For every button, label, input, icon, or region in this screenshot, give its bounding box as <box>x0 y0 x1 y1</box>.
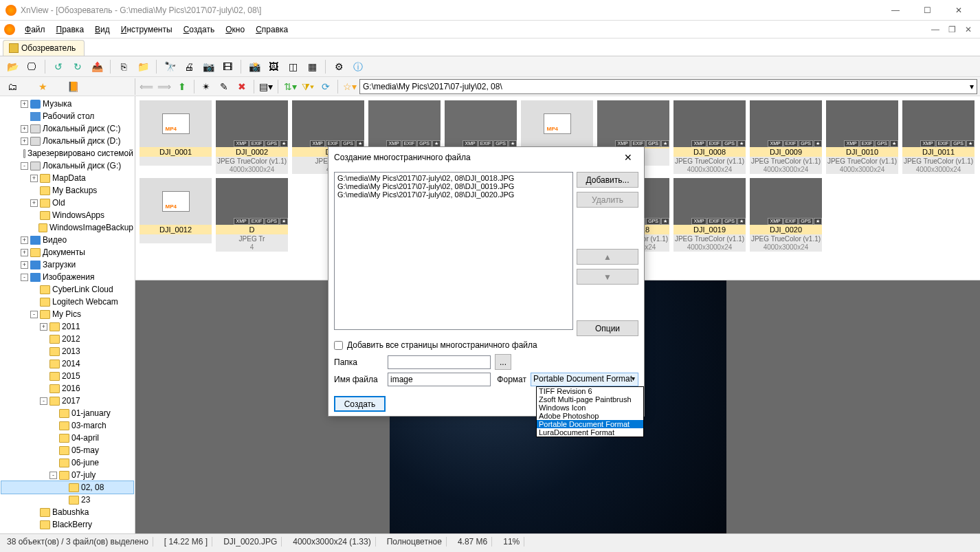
list-item[interactable]: G:\media\My Pics\2017\07-july\02, 08\DJI… <box>336 182 571 190</box>
expand-icon[interactable]: + <box>21 249 28 256</box>
open-icon[interactable]: 📂 <box>4 58 21 75</box>
export-icon[interactable]: 📤 <box>89 58 105 75</box>
filter-icon[interactable]: ⧩▾ <box>300 78 316 95</box>
browse-button[interactable]: ... <box>495 354 511 370</box>
refresh-icon[interactable]: ⟳ <box>318 78 334 95</box>
tab-browser[interactable]: Обозреватель <box>3 40 85 56</box>
grid-icon[interactable]: ▦ <box>304 58 320 75</box>
bookmark-icon[interactable]: ☆▾ <box>342 78 358 95</box>
folder-input[interactable] <box>388 355 491 369</box>
file-listbox[interactable]: G:\media\My Pics\2017\07-july\02, 08\DJI… <box>334 172 573 330</box>
expand-icon[interactable]: + <box>21 261 28 269</box>
tree-node[interactable]: Зарезервировано системой <box>1 147 133 159</box>
tree-node[interactable]: Babushka <box>1 506 133 518</box>
create-button[interactable]: Создать <box>334 396 386 412</box>
expand-icon[interactable]: + <box>30 199 38 207</box>
tree-node[interactable]: +Музыка <box>1 98 133 110</box>
menu-Вид[interactable]: Вид <box>89 23 115 36</box>
tree-node[interactable]: 2014 <box>1 357 133 370</box>
tree-node[interactable]: -Изображения <box>1 271 133 283</box>
expand-icon[interactable]: + <box>21 100 28 108</box>
tree-node[interactable]: Рабочий стол <box>1 110 133 122</box>
fullscreen-icon[interactable]: 🖵 <box>23 58 40 75</box>
list-item[interactable]: G:\media\My Pics\2017\07-july\02, 08\DJI… <box>336 174 571 182</box>
forward-icon[interactable]: ⟹ <box>156 78 172 95</box>
expand-icon[interactable]: + <box>21 137 28 145</box>
menu-Окно[interactable]: Окно <box>220 23 250 36</box>
thumbnail[interactable]: XMPEXIFGPS★DJI_0011JPEG TrueColor (v1.1)… <box>902 100 975 174</box>
menu-Создать[interactable]: Создать <box>178 23 221 36</box>
tree-node[interactable]: Logitech Webcam <box>1 296 133 308</box>
rotate-right-icon[interactable]: ↻ <box>69 58 86 75</box>
delete-icon[interactable]: ✖ <box>234 78 250 95</box>
thumbnail[interactable]: DJI_0012 <box>140 178 212 252</box>
format-option[interactable]: Zsoft Multi-page Paintbrush <box>537 395 643 404</box>
tree-node[interactable]: +MapData <box>1 172 133 184</box>
tree-node[interactable]: 05-may <box>1 444 133 456</box>
rename-icon[interactable]: ✎ <box>216 78 232 95</box>
search-icon[interactable]: 🔭 <box>162 58 178 75</box>
tree-node[interactable]: +Документы <box>1 246 133 258</box>
batch-icon[interactable]: 📁 <box>135 58 151 75</box>
thumbnail[interactable]: XMPEXIFGPS★DJI_0020JPEG TrueColor (v1.1)… <box>750 178 822 252</box>
tree-node[interactable]: 2012 <box>1 333 133 345</box>
tree-node[interactable]: 2015 <box>1 370 133 382</box>
thumbnail[interactable]: XMPEXIFGPS★DJPEG Tr4 <box>216 178 288 252</box>
delete-button[interactable]: Удалить <box>577 192 638 208</box>
mdi-minimize-icon[interactable]: — <box>928 23 943 36</box>
tree-folders-icon[interactable]: 🗂 <box>4 78 21 95</box>
format-dropdown[interactable]: TIFF Revision 6Zsoft Multi-page Paintbru… <box>536 386 644 437</box>
tree-node[interactable]: +Old <box>1 197 133 209</box>
print-icon[interactable]: 🖨 <box>181 58 197 75</box>
expand-icon[interactable]: + <box>21 236 28 244</box>
format-option[interactable]: Windows Icon <box>537 404 643 412</box>
filename-input[interactable] <box>388 373 491 386</box>
move-down-button[interactable]: ▼ <box>577 269 638 285</box>
tree-node[interactable]: 01-january <box>1 407 133 419</box>
path-input[interactable]: G:\media\My Pics\2017\07-july\02, 08\ ▾ <box>359 79 977 94</box>
tree-node[interactable]: 2016 <box>1 382 133 395</box>
back-icon[interactable]: ⟸ <box>138 78 155 95</box>
tree-node[interactable]: WindowsImageBackup <box>1 221 133 234</box>
move-up-button[interactable]: ▲ <box>577 249 638 265</box>
expand-icon[interactable]: - <box>40 397 47 405</box>
tree-node[interactable]: 04-april <box>1 432 133 444</box>
format-combobox[interactable]: Portable Document Format <box>531 373 638 386</box>
tree-node[interactable]: -My Pics <box>1 308 133 320</box>
dialog-close-icon[interactable]: ✕ <box>618 152 638 163</box>
sort-icon[interactable]: ⇅▾ <box>282 78 298 95</box>
tree-node[interactable]: 2013 <box>1 345 133 357</box>
favorites-icon[interactable]: ★ <box>34 78 51 95</box>
new-folder-icon[interactable]: ✴ <box>198 78 214 95</box>
options-button[interactable]: Опции <box>577 320 638 336</box>
tree-node[interactable]: WindowsApps <box>1 209 133 221</box>
slideshow-icon[interactable]: 🎞 <box>219 58 236 75</box>
compare-icon[interactable]: ◫ <box>285 58 301 75</box>
mdi-close-icon[interactable]: ✕ <box>961 23 976 36</box>
minimize-button[interactable]: — <box>880 0 911 21</box>
expand-icon[interactable]: + <box>40 323 47 331</box>
format-option[interactable]: Adobe Photoshop <box>537 412 643 420</box>
view-mode-icon[interactable]: ▤▾ <box>258 78 274 95</box>
app-menu-icon[interactable] <box>4 24 15 35</box>
tree-node[interactable]: +Загрузки <box>1 258 133 271</box>
tree-node[interactable]: My Backups <box>1 184 133 197</box>
maximize-button[interactable]: ☐ <box>911 0 943 21</box>
expand-icon[interactable]: - <box>30 311 38 318</box>
wallpaper-icon[interactable]: 🖼 <box>265 58 282 75</box>
thumbnail[interactable]: XMPEXIFGPS★DJI_0002JPEG TrueColor (v1.1)… <box>216 100 288 174</box>
categories-icon[interactable]: 📙 <box>65 78 81 95</box>
format-option[interactable]: Portable Document Format <box>537 420 643 428</box>
tree-node[interactable]: CyberLink Cloud <box>1 283 133 296</box>
add-button[interactable]: Добавить... <box>577 172 638 188</box>
tree-node[interactable]: BlackBerry <box>1 518 133 531</box>
menu-Правка[interactable]: Правка <box>51 23 90 36</box>
expand-icon[interactable]: - <box>49 472 57 479</box>
tree-node[interactable]: 02, 08 <box>1 481 133 494</box>
menu-Файл[interactable]: Файл <box>19 23 51 36</box>
about-icon[interactable]: ⓘ <box>350 58 366 75</box>
scan-icon[interactable]: 📷 <box>200 58 216 75</box>
rotate-left-icon[interactable]: ↺ <box>50 58 67 75</box>
thumbnail[interactable]: XMPEXIFGPS★DJI_0019JPEG TrueColor (v1.1)… <box>673 178 746 252</box>
convert-icon[interactable]: ⎘ <box>115 58 132 75</box>
